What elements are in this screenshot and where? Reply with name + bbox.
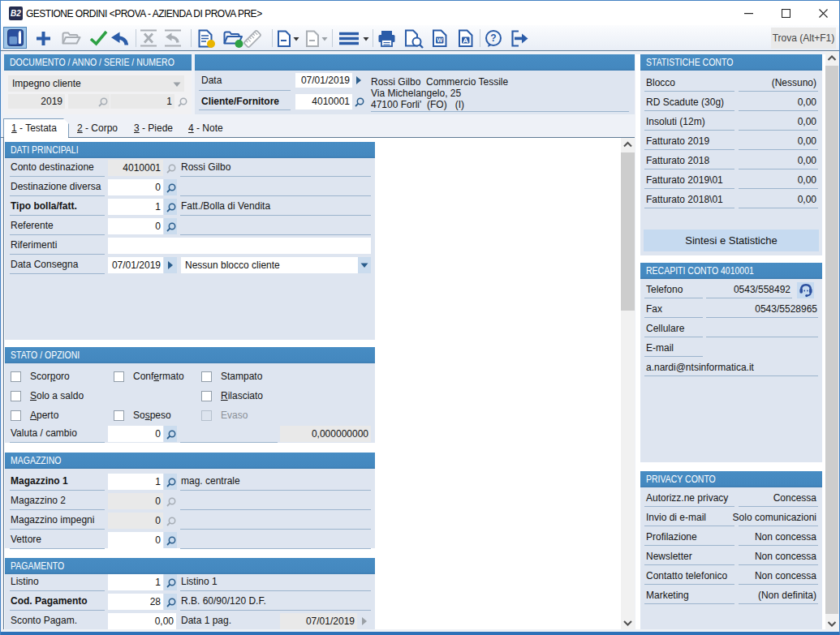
svg-text:W: W [437, 36, 443, 44]
svg-text:?: ? [490, 32, 496, 44]
